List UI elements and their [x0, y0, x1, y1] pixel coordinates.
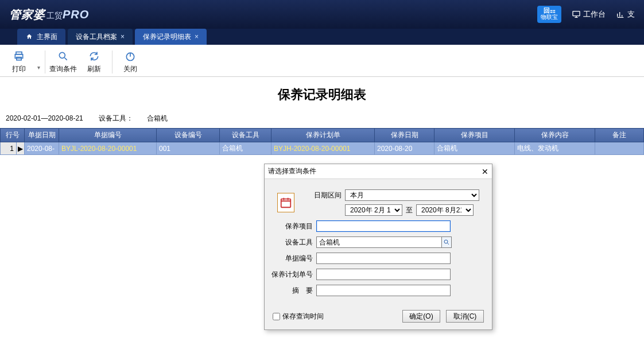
dialog-close-icon[interactable]: ✕ — [482, 167, 488, 176]
cell-date: 2020-08- — [25, 142, 59, 155]
search-icon — [57, 51, 69, 62]
iot-icon-text: 回⚏ — [541, 7, 558, 14]
chart-icon — [616, 10, 625, 19]
print-label: 打印 — [3, 63, 34, 74]
query-label: 查询条件 — [48, 63, 79, 74]
label-dev-tool: 设备工具 — [277, 238, 316, 247]
close-icon[interactable]: × — [121, 33, 125, 41]
refresh-button[interactable]: 刷新 — [79, 49, 110, 74]
meta-dates: 2020-02-01—2020-08-21 — [6, 114, 83, 122]
close-icon[interactable]: × — [195, 33, 199, 41]
print-dropdown[interactable]: ▾ — [34, 53, 42, 71]
data-table: 行号 单据日期 单据编号 设备编号 设备工具 保养计划单 保养日期 保养项目 保… — [0, 128, 644, 155]
monitor-icon — [572, 10, 581, 19]
search-icon — [443, 239, 450, 246]
label-to: 至 — [402, 205, 416, 215]
col-devno[interactable]: 设备编号 — [157, 129, 220, 142]
date-from-select[interactable]: 2020年 2月 1日 — [345, 204, 402, 216]
label-plan-no: 保养计划单号 — [271, 270, 316, 280]
power-icon — [125, 51, 136, 62]
col-devname[interactable]: 设备工具 — [220, 129, 271, 142]
svg-point-7 — [444, 240, 448, 243]
separator — [112, 51, 112, 73]
logo-main: 管家婆 — [9, 8, 45, 21]
cell-mitem: 合箱机 — [434, 142, 515, 155]
cell-mcontent: 电线、发动机 — [515, 142, 595, 155]
date-to-select[interactable]: 2020年 8月21日 — [416, 204, 474, 216]
logo-pro: PRO — [63, 8, 89, 21]
brand-bar: 管家婆工贸PRO 回⚏ 物联宝 工作台 支 — [0, 0, 644, 29]
tab-bar: 主界面 设备工具档案 × 保养记录明细表 × — [0, 29, 644, 45]
query-dialog: 请选择查询条件 ✕ 日期区间 本月 2020年 2月 1日 — [264, 164, 492, 330]
summary-input[interactable] — [316, 285, 451, 296]
doc-no-input[interactable] — [316, 253, 451, 264]
close-label: 关闭 — [115, 63, 146, 74]
iot-label: 物联宝 — [541, 14, 558, 21]
table-header-row: 行号 单据日期 单据编号 设备编号 设备工具 保养计划单 保养日期 保养项目 保… — [1, 129, 644, 142]
label-date-range: 日期区间 — [306, 191, 345, 200]
app-logo: 管家婆工贸PRO — [9, 7, 89, 22]
extra-link[interactable]: 支 — [616, 9, 635, 20]
col-plan[interactable]: 保养计划单 — [271, 129, 375, 142]
calendar-icon — [277, 193, 294, 212]
toolbar: 打印 ▾ 查询条件 刷新 关闭 — [0, 45, 644, 77]
svg-rect-0 — [573, 11, 580, 16]
svg-rect-6 — [281, 199, 291, 208]
cell-docno[interactable]: BYJL-2020-08-20-00001 — [59, 142, 157, 155]
meta-tool: 设备工具：合箱机 — [99, 114, 181, 122]
home-icon — [25, 33, 33, 40]
plan-no-input[interactable] — [316, 269, 451, 280]
iot-badge[interactable]: 回⚏ 物联宝 — [537, 6, 561, 23]
cell-remark — [595, 142, 644, 155]
save-query-time-checkbox[interactable]: 保存查询时间 — [273, 312, 324, 321]
cell-idx: 1 — [1, 142, 17, 155]
refresh-icon — [88, 51, 100, 62]
dev-tool-input[interactable] — [316, 236, 441, 248]
col-docno[interactable]: 单据编号 — [59, 129, 157, 142]
date-range-select[interactable]: 本月 — [345, 189, 479, 201]
current-row-icon: ▶ — [17, 142, 25, 155]
workbench-link[interactable]: 工作台 — [572, 9, 606, 20]
save-query-time-label: 保存查询时间 — [282, 312, 324, 321]
query-button[interactable]: 查询条件 — [48, 49, 79, 74]
tab-device-archive[interactable]: 设备工具档案 × — [68, 29, 133, 45]
workbench-label: 工作台 — [583, 9, 606, 20]
cell-mdate: 2020-08-20 — [375, 142, 434, 155]
close-button[interactable]: 关闭 — [115, 49, 146, 74]
report-meta: 2020-02-01—2020-08-21 设备工具：合箱机 — [0, 113, 644, 128]
col-mdate[interactable]: 保养日期 — [375, 129, 434, 142]
refresh-label: 刷新 — [79, 63, 110, 74]
table-row[interactable]: 1 ▶ 2020-08- BYJL-2020-08-20-00001 001 合… — [1, 142, 644, 155]
col-date[interactable]: 单据日期 — [25, 129, 59, 142]
col-rownum[interactable]: 行号 — [1, 129, 25, 142]
logo-sub: 工贸 — [46, 11, 63, 20]
col-remark[interactable]: 备注 — [595, 129, 644, 142]
label-maint-item: 保养项目 — [277, 222, 316, 231]
tab-home-label: 主界面 — [37, 32, 57, 42]
dialog-title: 请选择查询条件 — [268, 166, 316, 176]
col-mcontent[interactable]: 保养内容 — [515, 129, 595, 142]
cancel-button[interactable]: 取消(C) — [446, 310, 484, 323]
tab-maintenance-detail[interactable]: 保养记录明细表 × — [135, 29, 207, 45]
ok-button[interactable]: 确定(O) — [402, 310, 440, 323]
save-query-time-input[interactable] — [273, 313, 280, 320]
dev-tool-lookup-button[interactable] — [441, 236, 452, 248]
col-mitem[interactable]: 保养项目 — [434, 129, 515, 142]
maint-item-input[interactable] — [316, 220, 451, 232]
tab-device-archive-label: 设备工具档案 — [76, 32, 117, 42]
svg-point-4 — [59, 52, 65, 58]
extra-label: 支 — [627, 9, 635, 20]
report-title: 保养记录明细表 — [0, 82, 644, 113]
cell-devno: 001 — [157, 142, 220, 155]
label-doc-no: 单据编号 — [277, 254, 316, 263]
print-button[interactable]: 打印 — [3, 49, 34, 74]
label-summary: 摘 要 — [277, 286, 316, 296]
cell-devname: 合箱机 — [220, 142, 271, 155]
tab-maintenance-detail-label: 保养记录明细表 — [143, 32, 191, 42]
printer-icon — [13, 51, 25, 62]
separator — [45, 51, 45, 73]
dialog-titlebar[interactable]: 请选择查询条件 ✕ — [265, 164, 492, 179]
tab-home[interactable]: 主界面 — [17, 29, 65, 45]
cell-plan[interactable]: BYJH-2020-08-20-00001 — [271, 142, 375, 155]
